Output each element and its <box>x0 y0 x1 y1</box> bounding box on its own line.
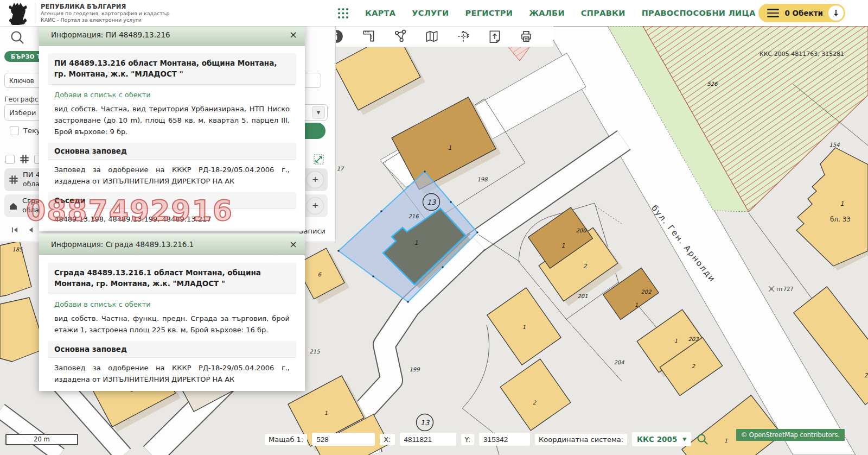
svg-text:бл. 33: бл. 33 <box>830 216 851 223</box>
nav-registri[interactable]: РЕГИСТРИ <box>465 9 513 17</box>
popup-header[interactable]: Информация: Сграда 48489.13.216.1 × <box>39 233 305 255</box>
map-statusbar: Мащаб 1: X: Y: Координатна система: ККС … <box>265 432 709 446</box>
scale-label: Мащаб 1: <box>265 434 307 445</box>
prev-page-icon[interactable] <box>27 226 35 236</box>
svg-text:215: 215 <box>309 349 320 355</box>
map-sheets-icon[interactable] <box>424 29 439 44</box>
grid-icon <box>9 175 18 185</box>
x-label: X: <box>380 434 394 445</box>
neighbors-list[interactable]: 48489.13.198, 48489.13.199, 48489.13.217 <box>54 213 290 225</box>
nav-uslugi[interactable]: УСЛУГИ <box>412 9 449 17</box>
download-icon[interactable]: ↓ <box>828 5 844 21</box>
building-heading: Сграда 48489.13.216.1 област Монтана, об… <box>48 263 296 294</box>
nav-karta[interactable]: КАРТА <box>365 9 395 17</box>
add-object-button[interactable]: + <box>307 198 323 214</box>
apps-grid-icon[interactable] <box>337 8 349 19</box>
org-agency: Агенция по геодезия, картография и кадас… <box>41 10 169 17</box>
measure-icon[interactable] <box>361 29 376 44</box>
svg-text:1: 1 <box>724 438 727 444</box>
share-topology-icon[interactable] <box>393 29 408 44</box>
menu-icon <box>767 9 779 17</box>
parcel-heading: ПИ 48489.13.216 област Монтана, община М… <box>48 53 296 85</box>
main-nav: КАРТА УСЛУГИ РЕГИСТРИ ЖАЛБИ СПРАВКИ ПРАВ… <box>337 0 794 26</box>
svg-text:203: 203 <box>688 336 699 342</box>
svg-text:1: 1 <box>324 410 328 416</box>
svg-text:526: 526 <box>707 81 718 87</box>
org-title-block: РЕПУБЛИКА БЪЛГАРИЯ Агенция по геодезия, … <box>35 3 169 23</box>
svg-text:2: 2 <box>692 363 695 369</box>
svg-text:2: 2 <box>533 400 537 406</box>
svg-text:2: 2 <box>583 263 588 270</box>
close-icon[interactable]: × <box>289 239 297 249</box>
y-input[interactable] <box>479 433 530 446</box>
checkbox-icon[interactable] <box>5 155 15 164</box>
info-popup-parcel: Информация: ПИ 48489.13.216 × ПИ 48489.1… <box>39 24 305 231</box>
svg-text:пт727: пт727 <box>776 286 793 292</box>
svg-text:ККС 2005 4811763, 315281: ККС 2005 4811763, 315281 <box>760 50 844 58</box>
svg-text:1: 1 <box>635 302 638 308</box>
svg-text:154: 154 <box>829 142 840 148</box>
popup-title: Информация: ПИ 48489.13.216 <box>51 30 170 39</box>
scale-input[interactable] <box>312 433 375 446</box>
print-icon[interactable] <box>519 29 534 44</box>
svg-text:13: 13 <box>427 198 437 206</box>
svg-text:1: 1 <box>674 338 678 344</box>
nav-spravki[interactable]: СПРАВКИ <box>581 9 626 17</box>
geo-select-value: Избери <box>9 109 36 117</box>
order-section-header: Основна заповед <box>48 143 296 160</box>
popup-header[interactable]: Информация: ПИ 48489.13.216 × <box>39 24 305 46</box>
export-icon[interactable] <box>487 29 502 44</box>
add-to-list-link[interactable]: Добави в списък с обекти <box>54 91 290 99</box>
layer-filter-row <box>5 154 43 164</box>
parcel-description: вид собств. Частна, вид територия Урбани… <box>54 103 290 137</box>
x-input[interactable] <box>400 433 456 446</box>
org-portal: КАИС - Портал за електронни услуги <box>41 17 169 23</box>
org-name: РЕПУБЛИКА БЪЛГАРИЯ <box>41 3 169 10</box>
svg-text:185: 185 <box>12 247 23 252</box>
popup-title: Информация: Сграда 48489.13.216.1 <box>51 240 194 249</box>
svg-text:201: 201 <box>577 293 588 299</box>
nav-pravosposobni-litsa[interactable]: ПРАВОСПОСОБНИ ЛИЦА <box>642 9 756 17</box>
svg-text:17: 17 <box>337 166 344 172</box>
svg-text:1: 1 <box>522 324 526 330</box>
add-object-button[interactable]: + <box>307 172 323 188</box>
building-description: вид собств. Частна, функц. предн. Сграда… <box>54 313 290 336</box>
chevron-down-icon[interactable]: ▼ <box>312 106 325 119</box>
add-to-list-link[interactable]: Добави в списък с обекти <box>54 300 290 308</box>
crs-select[interactable]: ККС 2005 ▼ <box>632 432 691 446</box>
order-section-header: Основна заповед <box>48 341 296 358</box>
svg-text:2: 2 <box>864 372 868 379</box>
order-text: Заповед за одобрение на КККР РД-18-29/05… <box>54 362 290 385</box>
chevron-down-icon: ▼ <box>682 437 686 442</box>
checkbox-icon[interactable] <box>10 126 19 135</box>
coordinate-search-icon[interactable] <box>696 433 709 446</box>
svg-text:1: 1 <box>840 200 844 207</box>
top-header: РЕПУБЛИКА БЪЛГАРИЯ Агенция по геодезия, … <box>0 0 868 26</box>
crs-label: Координатна система: <box>535 434 627 445</box>
neighbors-section-header: Съседи <box>48 192 296 209</box>
svg-text:200: 200 <box>576 228 587 233</box>
geo-label: Географс <box>4 95 39 103</box>
svg-text:13: 13 <box>420 419 430 427</box>
close-icon[interactable]: × <box>289 30 297 40</box>
crs-value: ККС 2005 <box>637 435 677 444</box>
svg-text:1: 1 <box>448 144 452 151</box>
coordinate-axes-icon[interactable] <box>456 29 471 44</box>
objects-count-label: 0 Обекти <box>784 9 823 17</box>
svg-text:204: 204 <box>614 359 624 365</box>
svg-text:216: 216 <box>408 213 419 219</box>
first-page-icon[interactable] <box>11 226 19 236</box>
svg-text:1: 1 <box>561 242 565 249</box>
svg-text:199: 199 <box>409 366 420 372</box>
osm-attribution[interactable]: © OpenStreetMap contributors. <box>736 429 845 441</box>
nav-zhalbi[interactable]: ЖАЛБИ <box>529 9 565 17</box>
svg-text:198: 198 <box>477 176 488 182</box>
coat-of-arms-logo[interactable] <box>7 1 29 25</box>
zoom-extent-icon[interactable] <box>314 154 324 167</box>
objects-button[interactable]: 0 Обекти ↓ <box>758 4 845 22</box>
map-scale-bar: 20 m <box>5 434 78 445</box>
app: ККС 2005 4811763, 3152815261541бл. 332пт… <box>0 0 868 455</box>
grid-icon <box>20 154 29 164</box>
y-label: Y: <box>461 434 475 445</box>
search-icon[interactable] <box>9 29 25 48</box>
